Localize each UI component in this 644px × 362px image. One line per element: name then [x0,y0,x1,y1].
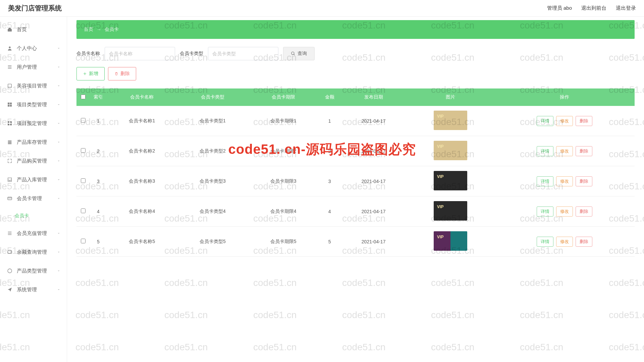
toolbar: 新增 删除 [76,67,635,80]
chevron-down-icon [57,231,61,236]
detail-button[interactable]: 详情 [537,237,553,247]
grid4-icon [7,120,13,126]
logout-link[interactable]: 退出登录 [616,5,636,11]
row-checkbox[interactable] [81,239,86,243]
sidebar: 首页个人中心用户管理美容项目管理项目类型管理项目预定管理产品库存管理产品购买管理… [0,17,67,362]
edit-button[interactable]: 修改 [556,116,573,126]
add-label: 新增 [89,71,98,77]
svg-line-18 [294,54,295,55]
row-delete-button[interactable]: 删除 [576,237,592,247]
table-body: 1会员卡名称1会员卡类型1会员卡期限112021-04-17详情修改删除2会员卡… [76,106,635,257]
card-thumb [434,141,467,160]
cell-date: 2021-04-17 [341,136,407,166]
row-delete-button[interactable]: 删除 [576,206,592,217]
to-front-link[interactable]: 退出到前台 [581,5,606,11]
row-delete-button[interactable]: 删除 [576,176,592,186]
row-actions: 详情修改删除 [496,176,633,186]
sidebar-item-label: 产品购买管理 [17,158,47,164]
submenu-item[interactable]: 会员卡 [0,208,67,224]
filter-type-input[interactable] [208,47,278,60]
sidebar-item-13[interactable]: 系统管理 [0,280,67,299]
query-button[interactable]: 查询 [283,47,315,60]
row-delete-button[interactable]: 删除 [576,116,592,126]
chevron-down-icon [57,249,61,255]
add-button[interactable]: 新增 [76,67,105,80]
cell-amount: 3 [319,166,341,196]
row-actions: 详情修改删除 [496,206,633,217]
sidebar-item-4[interactable]: 项目类型管理 [0,95,67,114]
cell-term: 会员卡期限5 [248,227,319,257]
edit-button[interactable]: 修改 [556,146,573,156]
sidebar-item-3[interactable]: 美容项目管理 [0,76,67,95]
sidebar-item-8[interactable]: 产品入库管理 [0,170,67,189]
cell-type: 会员卡类型2 [177,136,248,166]
filter-name-input[interactable] [105,47,175,60]
sidebar-item-label: 个人中心 [17,45,37,52]
row-checkbox[interactable] [81,178,86,183]
row-delete-button[interactable]: 删除 [576,146,592,156]
sidebar-item-7[interactable]: 产品购买管理 [0,152,67,170]
breadcrumb: 首页 → 会员卡 [76,20,635,39]
svg-rect-2 [8,103,9,104]
svg-rect-11 [8,142,12,143]
cell-index: 5 [90,227,107,257]
sidebar-item-label: 会员充值管理 [17,230,47,237]
chevron-down-icon [57,196,61,201]
col-header-1: 索引 [90,88,107,106]
row-checkbox[interactable] [81,208,86,213]
chevron-down-icon [57,64,61,70]
svg-rect-7 [10,121,12,123]
breadcrumb-home[interactable]: 首页 [84,26,93,33]
header: 美发门店管理系统 管理员 abo 退出到前台 退出登录 [0,0,644,17]
sidebar-item-10[interactable]: 会员充值管理 [0,224,67,243]
card-thumb [434,111,467,130]
col-header-0 [76,88,90,106]
edit-button[interactable]: 修改 [556,176,573,186]
row-checkbox[interactable] [81,118,86,123]
detail-button[interactable]: 详情 [537,176,553,186]
chevron-down-icon [57,287,61,293]
select-all-checkbox[interactable] [81,95,86,99]
sidebar-item-6[interactable]: 产品库存管理 [0,133,67,152]
delete-button[interactable]: 删除 [108,67,136,80]
sidebar-item-5[interactable]: 项目预定管理 [0,114,67,133]
detail-button[interactable]: 详情 [537,146,553,156]
chevron-down-icon [57,121,61,126]
filter-name-label: 会员卡名称 [76,51,100,57]
col-header-6: 发布日期 [341,88,407,106]
chevron-down-icon [57,268,61,274]
sidebar-item-label: 首页 [17,26,27,33]
svg-rect-1 [8,84,12,88]
chevron-down-icon [57,177,61,183]
row-checkbox[interactable] [81,148,86,153]
cell-date: 2021-04-17 [341,166,407,196]
svg-rect-6 [8,121,9,123]
cell-term: 会员卡期限1 [248,106,319,136]
admin-label[interactable]: 管理员 abo [547,5,572,11]
svg-point-0 [9,47,10,48]
detail-button[interactable]: 详情 [537,116,553,126]
detail-button[interactable]: 详情 [537,206,553,217]
sidebar-item-0[interactable]: 首页 [0,20,67,39]
sidebar-item-11[interactable]: 余额查询管理 [0,243,67,261]
sidebar-item-2[interactable]: 用户管理 [0,58,67,76]
col-header-7: 图片 [407,88,495,106]
svg-rect-5 [10,105,12,107]
row-actions: 详情修改删除 [496,116,633,126]
cell-amount: 5 [319,227,341,257]
svg-rect-4 [8,105,9,107]
breadcrumb-sep: → [97,27,101,32]
filter-type-label: 会员卡类型 [180,51,203,57]
cell-amount: 2 [319,136,341,166]
edit-button[interactable]: 修改 [556,206,573,217]
sidebar-item-9[interactable]: 会员卡管理 [0,189,67,208]
cell-type: 会员卡类型4 [177,196,248,227]
sidebar-item-12[interactable]: 产品类型管理 [0,261,67,280]
grid-icon [7,102,13,108]
cell-amount: 1 [319,106,341,136]
card-thumb [434,171,467,190]
edit-button[interactable]: 修改 [556,237,573,247]
query-label: 查询 [298,51,307,57]
sidebar-item-1[interactable]: 个人中心 [0,39,67,58]
cell-image [407,166,495,196]
